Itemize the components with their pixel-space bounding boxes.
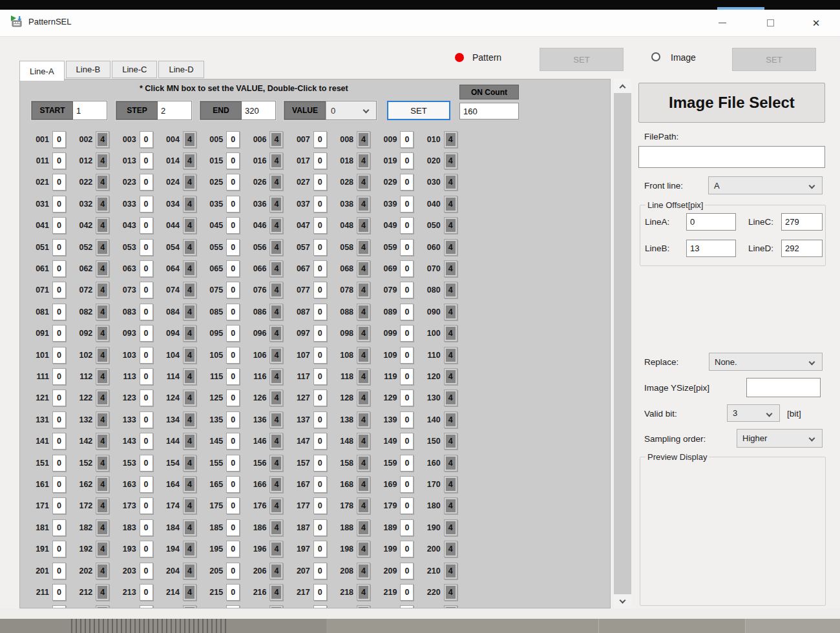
image-set-button[interactable]: SET <box>732 48 816 71</box>
sampling-order-dropdown[interactable]: Higher <box>737 429 823 448</box>
mn-cell-value-box[interactable]: 0 <box>52 476 66 493</box>
mn-cell-value-box[interactable]: 0 <box>400 563 414 579</box>
mn-cell-value-box[interactable]: 0 <box>140 174 153 191</box>
mn-cell-value-box[interactable]: 0 <box>226 541 240 557</box>
value-dropdown[interactable]: 0 <box>326 101 376 119</box>
mn-cell-value-box[interactable]: 4 <box>96 389 109 406</box>
mn-cell-value-box[interactable]: 0 <box>313 196 327 213</box>
mn-cell-value-box[interactable]: 4 <box>183 217 196 234</box>
mn-cell-value-box[interactable]: 0 <box>226 325 240 342</box>
mn-cell-value-box[interactable]: 4 <box>357 152 370 169</box>
mn-cell-value-box[interactable]: 0 <box>226 174 240 191</box>
mn-cell-value-box[interactable]: 0 <box>400 174 414 191</box>
mn-cell-value-box[interactable]: 4 <box>444 497 457 514</box>
mn-cell-value-box[interactable]: 4 <box>96 325 109 342</box>
mn-cell-value-box[interactable]: 0 <box>226 239 240 256</box>
mn-cell-value-box[interactable]: 4 <box>183 541 196 557</box>
mn-cell-value-box[interactable]: 4 <box>269 239 283 256</box>
mn-cell-value-box[interactable]: 0 <box>400 325 414 342</box>
line-b-offset-input[interactable]: 13 <box>686 240 736 257</box>
mn-cell-value-box[interactable]: 4 <box>183 304 196 320</box>
mn-cell-value-box[interactable]: 4 <box>444 282 457 298</box>
mn-cell-value-box[interactable]: 0 <box>313 455 327 472</box>
mn-cell-value-box[interactable]: 0 <box>52 389 66 406</box>
mn-cell-value-box[interactable]: 0 <box>226 411 240 428</box>
mn-cell-value-box[interactable]: 4 <box>96 152 109 169</box>
mn-cell-value-box[interactable]: 4 <box>444 368 457 385</box>
mn-cell-value-box[interactable]: 0 <box>140 455 153 472</box>
mn-cell-value-box[interactable]: 0 <box>226 368 240 385</box>
mn-cell-value-box[interactable]: 0 <box>313 541 327 557</box>
mn-cell-value-box[interactable]: 0 <box>52 174 66 191</box>
mn-cell-value-box[interactable]: 0 <box>226 563 240 579</box>
mn-cell-value-box[interactable]: 0 <box>140 304 153 320</box>
mn-cell-value-box[interactable]: 4 <box>183 131 196 148</box>
mn-cell-value-box[interactable]: 0 <box>52 368 66 385</box>
mn-cell-value-box[interactable]: 0 <box>313 304 327 320</box>
mn-cell-value-box[interactable]: 0 <box>226 455 240 472</box>
mn-cell-value-box[interactable]: 4 <box>183 519 196 536</box>
start-input[interactable]: 1 <box>73 101 107 119</box>
scroll-down-button[interactable] <box>614 594 631 608</box>
mn-cell-value-box[interactable]: 4 <box>183 497 196 514</box>
mn-cell-value-box[interactable]: 0 <box>140 411 153 428</box>
mn-cell-value-box[interactable]: 0 <box>52 304 66 320</box>
mn-cell-value-box[interactable]: 4 <box>183 239 196 256</box>
tab-line-c[interactable]: Line-C <box>112 61 157 78</box>
mn-cell-value-box[interactable]: 4 <box>357 131 370 148</box>
mn-cell-value-box[interactable]: 0 <box>313 476 327 493</box>
mn-cell-value-box[interactable]: 4 <box>444 325 457 342</box>
mn-cell-value-box[interactable]: 0 <box>313 433 327 450</box>
mn-cell-value-box[interactable]: 0 <box>52 282 66 298</box>
mn-cell-value-box[interactable]: 0 <box>140 282 153 298</box>
mn-cell-value-box[interactable]: 0 <box>313 239 327 256</box>
pattern-radio[interactable] <box>455 53 464 62</box>
mn-cell-value-box[interactable]: 0 <box>226 347 240 364</box>
mn-cell-value-box[interactable]: 0 <box>140 131 153 148</box>
mn-cell-value-box[interactable]: 0 <box>400 476 414 493</box>
mn-cell-value-box[interactable]: 4 <box>96 563 109 579</box>
mn-cell-value-box[interactable]: 0 <box>140 325 153 342</box>
mn-cell-value-box[interactable]: 0 <box>52 563 66 579</box>
mn-cell-value-box[interactable]: 4 <box>444 476 457 493</box>
mn-cell-value-box[interactable]: 0 <box>52 196 66 213</box>
mn-cell-value-box[interactable]: 4 <box>357 455 370 472</box>
mn-cell-value-box[interactable]: 0 <box>400 260 414 277</box>
replace-dropdown[interactable]: None. <box>709 353 823 371</box>
mn-cell-value-box[interactable]: 0 <box>313 217 327 234</box>
mn-cell-value-box[interactable]: 0 <box>313 282 327 298</box>
mn-cell-value-box[interactable]: 0 <box>140 152 153 169</box>
mn-cell-value-box[interactable]: 0 <box>400 217 414 234</box>
mn-cell-value-box[interactable]: 4 <box>444 152 457 169</box>
mn-cell-value-box[interactable]: 4 <box>96 497 109 514</box>
image-radio[interactable] <box>651 52 660 61</box>
mn-cell-value-box[interactable]: 4 <box>269 368 283 385</box>
mn-cell-value-box[interactable]: 4 <box>96 304 109 320</box>
mn-cell-value-box[interactable]: 4 <box>183 282 196 298</box>
mn-cell-value-box[interactable]: 4 <box>444 131 457 148</box>
mn-cell-value-box[interactable]: 4 <box>269 131 283 148</box>
mn-cell-value-box[interactable]: 0 <box>52 519 66 536</box>
mn-cell-value-box[interactable]: 4 <box>357 411 370 428</box>
mn-cell-value-box[interactable]: 4 <box>444 541 457 557</box>
mn-cell-value-box[interactable]: 4 <box>269 411 283 428</box>
mn-cell-value-box[interactable]: 4 <box>96 455 109 472</box>
grid-scrollbar[interactable] <box>614 79 631 608</box>
pattern-set-button[interactable]: SET <box>540 48 624 71</box>
mn-cell-value-box[interactable]: 4 <box>444 584 457 601</box>
mn-cell-value-box[interactable]: 0 <box>226 519 240 536</box>
mn-cell-value-box[interactable]: 0 <box>52 131 66 148</box>
mn-cell-value-box[interactable]: 4 <box>444 433 457 450</box>
mn-cell-value-box[interactable]: 4 <box>269 304 283 320</box>
mn-cell-value-box[interactable]: 0 <box>140 368 153 385</box>
mn-cell-value-box[interactable]: 0 <box>226 389 240 406</box>
image-ysize-input[interactable] <box>746 378 821 397</box>
mn-cell-value-box[interactable]: 4 <box>183 563 196 579</box>
mn-cell-value-box[interactable]: 0 <box>52 260 66 277</box>
minimize-button[interactable] <box>708 10 737 36</box>
mn-cell-value-box[interactable]: 0 <box>400 389 414 406</box>
mn-cell-value-box[interactable]: 4 <box>183 260 196 277</box>
mn-cell-value-box[interactable]: 0 <box>313 411 327 428</box>
mn-cell-value-box[interactable]: 4 <box>96 347 109 364</box>
mn-cell-value-box[interactable]: 4 <box>357 497 370 514</box>
